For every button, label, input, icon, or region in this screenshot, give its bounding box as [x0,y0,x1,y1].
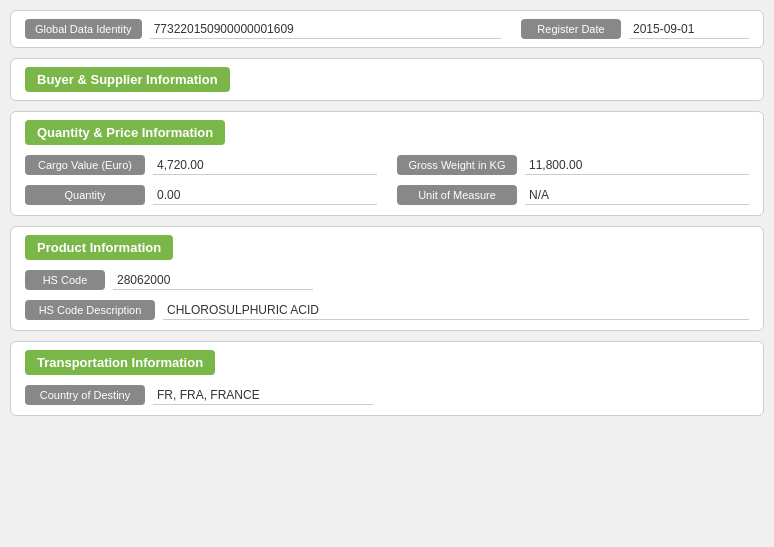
quantity-group: Quantity 0.00 [25,185,377,205]
hs-code-desc-row: HS Code Description CHLOROSULPHURIC ACID [25,300,749,320]
gross-weight-group: Gross Weight in KG 11,800.00 [397,155,749,175]
cargo-value-group: Cargo Value (Euro) 4,720.00 [25,155,377,175]
hs-code-value: 28062000 [113,271,313,290]
country-destiny-label: Country of Destiny [25,385,145,405]
hs-code-label: HS Code [25,270,105,290]
hs-code-group: HS Code 28062000 [25,270,749,290]
unit-of-measure: N/A [525,186,749,205]
country-destiny-value: FR, FRA, FRANCE [153,386,373,405]
transportation-card: Transportation Information Country of De… [10,341,764,416]
transportation-header: Transportation Information [25,350,215,375]
quantity-price-row2: Quantity 0.00 Unit of Measure N/A [25,185,749,205]
hs-code-description-label: HS Code Description [25,300,155,320]
cargo-value: 4,720.00 [153,156,377,175]
gross-weight-label: Gross Weight in KG [397,155,517,175]
quantity-price-card: Quantity & Price Information Cargo Value… [10,111,764,216]
hs-code-row: HS Code 28062000 [25,270,749,290]
quantity-price-row1: Cargo Value (Euro) 4,720.00 Gross Weight… [25,155,749,175]
unit-of-measure-label: Unit of Measure [397,185,517,205]
quantity-price-header: Quantity & Price Information [25,120,225,145]
hs-code-description-value: CHLOROSULPHURIC ACID [163,301,749,320]
global-data-identity-value: 773220150900000001609 [150,20,501,39]
global-data-card: Global Data Identity 7732201509000000016… [10,10,764,48]
country-destiny-row: Country of Destiny FR, FRA, FRANCE [25,385,749,405]
register-date-value: 2015-09-01 [629,20,749,39]
cargo-value-label: Cargo Value (Euro) [25,155,145,175]
hs-code-desc-group: HS Code Description CHLOROSULPHURIC ACID [25,300,749,320]
global-data-identity-group: Global Data Identity 7732201509000000016… [25,19,501,39]
buyer-supplier-card: Buyer & Supplier Information [10,58,764,101]
country-destiny-group: Country of Destiny FR, FRA, FRANCE [25,385,749,405]
product-card: Product Information HS Code 28062000 HS … [10,226,764,331]
gross-weight: 11,800.00 [525,156,749,175]
register-date-group: Register Date 2015-09-01 [521,19,749,39]
register-date-label: Register Date [521,19,621,39]
unit-of-measure-group: Unit of Measure N/A [397,185,749,205]
buyer-supplier-header: Buyer & Supplier Information [25,67,230,92]
global-data-identity-label: Global Data Identity [25,19,142,39]
product-header: Product Information [25,235,173,260]
quantity-label: Quantity [25,185,145,205]
quantity: 0.00 [153,186,377,205]
